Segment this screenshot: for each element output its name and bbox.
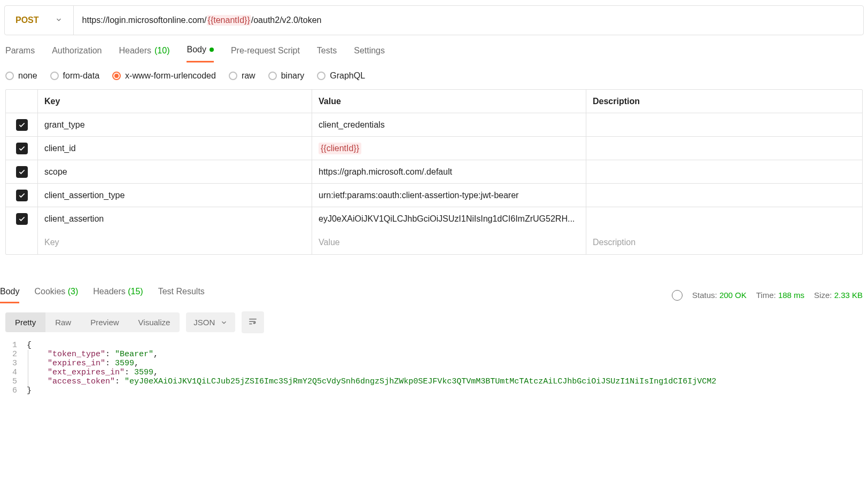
tab-body[interactable]: Body — [187, 45, 213, 62]
radio-icon — [5, 72, 14, 80]
radio-icon — [229, 72, 237, 80]
checkbox-checked-icon — [16, 119, 28, 131]
row-value-input[interactable]: client_credentials — [312, 113, 586, 136]
response-toolbar: Pretty Raw Preview Visualize JSON — [0, 304, 868, 339]
body-type-graphql[interactable]: GraphQL — [317, 71, 365, 81]
view-preview-button[interactable]: Preview — [81, 312, 128, 332]
response-tab-cookies[interactable]: Cookies (3) — [34, 287, 78, 303]
request-url-bar: POST https://login.microsoftonline.com/{… — [4, 5, 864, 35]
url-text-prefix: https://login.microsoftonline.com/ — [82, 15, 207, 25]
body-modified-indicator-icon — [210, 48, 214, 52]
new-key-input[interactable]: Key — [38, 231, 312, 254]
size-value: 2.33 KB — [834, 291, 863, 300]
response-tab-body[interactable]: Body — [0, 287, 19, 303]
row-value-input[interactable]: https://graph.microsoft.com/.default — [312, 160, 586, 183]
checkbox-checked-icon — [16, 213, 28, 225]
body-type-none[interactable]: none — [5, 71, 37, 81]
row-description-input[interactable] — [586, 184, 862, 207]
format-select[interactable]: JSON — [186, 312, 235, 332]
body-type-raw[interactable]: raw — [229, 71, 255, 81]
network-icon[interactable] — [672, 290, 683, 301]
tab-pre-request-script[interactable]: Pre-request Script — [231, 45, 300, 62]
tab-authorization[interactable]: Authorization — [52, 45, 102, 62]
tab-tests[interactable]: Tests — [317, 45, 337, 62]
body-type-binary[interactable]: binary — [268, 71, 305, 81]
chevron-down-icon — [220, 319, 228, 326]
status-value: 200 OK — [719, 291, 747, 300]
table-row: client_assertion_typeurn:ietf:params:oau… — [6, 184, 862, 207]
response-tabs-bar: Body Cookies (3) Headers (15) Test Resul… — [0, 287, 868, 304]
row-key-input[interactable]: scope — [38, 160, 312, 183]
row-checkbox-cell[interactable] — [6, 113, 38, 136]
response-body-code[interactable]: 1{ 2"token_type": "Bearer", 3"expires_in… — [0, 339, 868, 397]
view-mode-buttons: Pretty Raw Preview Visualize — [5, 312, 180, 332]
format-label: JSON — [193, 318, 215, 327]
cookies-count: (3) — [68, 287, 79, 296]
header-value: Value — [312, 90, 586, 113]
radio-checked-icon — [112, 72, 121, 80]
request-url-input[interactable]: https://login.microsoftonline.com/{{tena… — [74, 6, 863, 35]
row-key-input[interactable]: client_assertion — [38, 207, 312, 231]
body-params-table: Key Value Description grant_typeclient_c… — [5, 89, 863, 255]
http-method-label: POST — [15, 15, 39, 25]
row-checkbox-cell[interactable] — [6, 184, 38, 207]
body-type-form-data[interactable]: form-data — [50, 71, 99, 81]
table-row: client_id{{clientId}} — [6, 137, 862, 160]
row-key-input[interactable]: grant_type — [38, 113, 312, 136]
new-value-input[interactable]: Value — [312, 231, 586, 254]
table-new-row[interactable]: Key Value Description — [6, 231, 862, 254]
row-value-input[interactable]: eyJ0eXAiOiJKV1QiLCJhbGciOiJSUzI1NiIsIng1… — [312, 207, 586, 231]
table-header-row: Key Value Description — [6, 90, 862, 113]
request-tabs: Params Authorization Headers (10) Body P… — [0, 35, 868, 62]
header-check-cell — [6, 90, 38, 113]
headers-count: (10) — [154, 46, 169, 56]
status-label: Status: 200 OK — [692, 291, 747, 300]
wrap-lines-button[interactable] — [242, 311, 264, 333]
view-pretty-button[interactable]: Pretty — [5, 312, 45, 332]
size-label: Size: 2.33 KB — [814, 291, 863, 300]
response-tab-headers[interactable]: Headers (15) — [93, 287, 143, 303]
row-checkbox-cell[interactable] — [6, 137, 38, 160]
response-section: Body Cookies (3) Headers (15) Test Resul… — [0, 287, 868, 397]
row-checkbox-cell[interactable] — [6, 160, 38, 183]
header-key: Key — [38, 90, 312, 113]
time-value: 188 ms — [778, 291, 804, 300]
checkbox-checked-icon — [16, 166, 28, 178]
row-checkbox-cell[interactable] — [6, 207, 38, 231]
table-row: scopehttps://graph.microsoft.com/.defaul… — [6, 160, 862, 184]
http-method-select[interactable]: POST — [5, 6, 74, 35]
wrap-icon — [248, 317, 258, 326]
resp-headers-count: (15) — [128, 287, 143, 296]
body-type-urlencoded[interactable]: x-www-form-urlencoded — [112, 71, 216, 81]
tab-headers[interactable]: Headers (10) — [119, 45, 170, 62]
checkbox-checked-icon — [16, 190, 28, 201]
row-description-input[interactable] — [586, 137, 862, 160]
header-description: Description — [586, 90, 862, 113]
body-type-selector: none form-data x-www-form-urlencoded raw… — [0, 62, 868, 89]
chevron-down-icon — [55, 16, 63, 25]
row-value-input[interactable]: {{clientId}} — [312, 137, 586, 160]
checkbox-checked-icon — [16, 143, 28, 154]
time-label: Time: 188 ms — [756, 291, 804, 300]
value-variable: {{clientId}} — [319, 143, 361, 154]
row-description-input[interactable] — [586, 113, 862, 136]
row-key-input[interactable]: client_assertion_type — [38, 184, 312, 207]
radio-icon — [50, 72, 59, 80]
response-meta: Status: 200 OK Time: 188 ms Size: 2.33 K… — [672, 290, 868, 301]
tab-settings[interactable]: Settings — [354, 45, 385, 62]
table-row: grant_typeclient_credentials — [6, 113, 862, 137]
tab-params[interactable]: Params — [5, 45, 35, 62]
row-key-input[interactable]: client_id — [38, 137, 312, 160]
table-row: client_assertioneyJ0eXAiOiJKV1QiLCJhbGci… — [6, 207, 862, 231]
new-row-check — [6, 231, 38, 254]
new-description-input[interactable]: Description — [586, 231, 862, 254]
response-tab-test-results[interactable]: Test Results — [158, 287, 205, 303]
row-description-input[interactable] — [586, 160, 862, 183]
url-variable-tenantid: {{tenantId}} — [207, 15, 251, 26]
view-visualize-button[interactable]: Visualize — [129, 312, 180, 332]
row-description-input[interactable] — [586, 207, 862, 231]
radio-icon — [268, 72, 277, 80]
view-raw-button[interactable]: Raw — [45, 312, 81, 332]
row-value-input[interactable]: urn:ietf:params:oauth:client-assertion-t… — [312, 184, 586, 207]
radio-icon — [317, 72, 326, 80]
